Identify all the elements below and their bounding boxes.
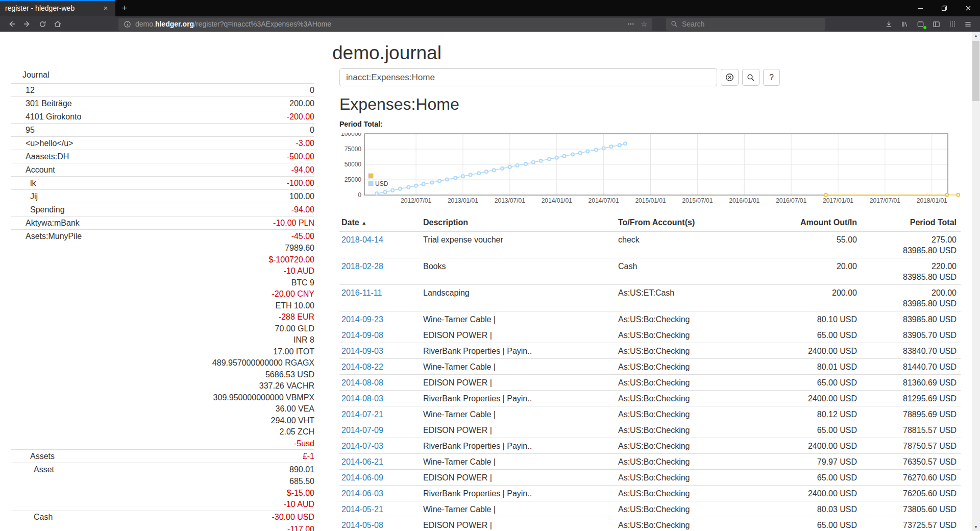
- account-balance: -10 AUD: [284, 500, 314, 509]
- sidebar-journal-link[interactable]: Journal: [11, 70, 327, 80]
- transaction-date-cell: 2014-05-08: [339, 517, 421, 531]
- account-name-link[interactable]: 95: [11, 126, 310, 135]
- account-name-link[interactable]: Asset: [11, 465, 289, 474]
- register-row: 2014-05-08EDISON POWER |As:US:Bo:Checkin…: [339, 517, 961, 531]
- account-balance: 70.00 GLD: [275, 324, 314, 333]
- account-name-link[interactable]: Asets:MunyPile: [11, 232, 291, 241]
- library-button[interactable]: [897, 17, 913, 31]
- svg-text:2014/01/01: 2014/01/01: [542, 197, 572, 204]
- scroll-down-icon[interactable]: ▼: [972, 523, 980, 531]
- transaction-amount: 20.00: [774, 258, 861, 285]
- transaction-date-link[interactable]: 2014-07-21: [341, 410, 383, 419]
- period-chart: 02500050000750001000002012/07/012013/01/…: [339, 133, 967, 208]
- transaction-description: EDISON POWER |: [421, 470, 616, 486]
- transaction-date-link[interactable]: 2014-08-03: [341, 394, 383, 403]
- window-close-button[interactable]: [956, 0, 980, 16]
- browser-search-bar[interactable]: Search: [666, 18, 825, 31]
- svg-text:2012/07/01: 2012/07/01: [401, 197, 431, 204]
- toolbar-icons: [881, 17, 976, 31]
- transaction-date-link[interactable]: 2014-07-03: [341, 442, 383, 450]
- query-input[interactable]: [339, 68, 717, 86]
- account-name-link[interactable]: Cash: [11, 513, 272, 522]
- transaction-description: Books: [421, 258, 616, 285]
- account-name-link[interactable]: Spending: [11, 205, 291, 214]
- transaction-date-link[interactable]: 2014-07-09: [341, 426, 383, 435]
- account-name-link[interactable]: Aktywa:mBank: [11, 219, 273, 228]
- account-balance: £-1: [303, 452, 314, 461]
- transaction-date-link[interactable]: 2014-09-03: [341, 347, 383, 355]
- tab-title: register - hledger-web: [5, 4, 97, 12]
- period-total-cell: 83840.70 USD: [861, 343, 961, 359]
- account-name-link[interactable]: 301 Beiträge: [11, 99, 289, 108]
- account-name-link[interactable]: <u>hello</u>: [11, 139, 296, 148]
- clear-query-button[interactable]: [721, 69, 739, 86]
- search-submit-button[interactable]: [742, 69, 760, 86]
- sidebar-account-row: 301 Beiträge200.00: [11, 96, 314, 110]
- column-header-date[interactable]: Date ▲: [339, 215, 421, 231]
- scrollbar-thumb[interactable]: [972, 41, 979, 101]
- search-form: ?: [339, 68, 980, 86]
- transaction-date-link[interactable]: 2014-06-03: [341, 489, 383, 498]
- transaction-amount: 65.00 USD: [774, 327, 861, 343]
- transaction-date-link[interactable]: 2018-02-28: [341, 262, 383, 271]
- apps-grid-button[interactable]: [944, 17, 960, 31]
- transaction-date-link[interactable]: 2016-11-11: [341, 288, 382, 297]
- transaction-date-link[interactable]: 2014-05-21: [341, 505, 383, 514]
- transaction-date-link[interactable]: 2014-06-09: [341, 473, 383, 482]
- browser-tab[interactable]: register - hledger-web ×: [0, 0, 115, 16]
- period-total-cell: 73805.60 USD: [861, 501, 961, 517]
- reload-button[interactable]: [35, 17, 50, 31]
- account-name-link[interactable]: 4101 Girokonto: [11, 112, 287, 122]
- scroll-up-icon[interactable]: ▲: [972, 32, 980, 40]
- account-name-link[interactable]: Assets: [11, 452, 303, 461]
- account-balance: -94.00: [291, 205, 314, 214]
- bookmark-star-icon[interactable]: ☆: [641, 20, 647, 28]
- main-content: demo.journal ? Expenses:Home Period Tota…: [327, 32, 980, 531]
- account-name-link[interactable]: Aaasets:DH: [11, 152, 287, 161]
- help-button[interactable]: ?: [763, 69, 780, 86]
- site-info-icon[interactable]: [124, 20, 131, 28]
- account-name-link[interactable]: Account: [11, 165, 291, 175]
- downloads-button[interactable]: [881, 17, 897, 31]
- register-row: 2014-07-21Wine-Tarner Cable |As:US:Bo:Ch…: [339, 406, 961, 422]
- account-name-link[interactable]: 12: [11, 86, 310, 95]
- transaction-date-link[interactable]: 2014-08-08: [341, 378, 383, 387]
- magnifier-icon: [747, 74, 755, 82]
- back-button[interactable]: [4, 17, 19, 31]
- new-tab-button[interactable]: +: [115, 0, 134, 16]
- window-restore-button[interactable]: [932, 0, 956, 16]
- account-balance: 309.950000000000 VBMPX: [213, 393, 314, 402]
- period-total-cell: 76270.60 USD: [861, 470, 961, 486]
- transaction-date-link[interactable]: 2014-09-08: [341, 331, 383, 340]
- transaction-date-link[interactable]: 2014-05-08: [341, 521, 383, 529]
- sidebar-toggle-button[interactable]: [928, 17, 944, 31]
- home-button[interactable]: [50, 17, 65, 31]
- transaction-description: Landscaping: [421, 285, 616, 311]
- account-name-link[interactable]: lk: [11, 179, 287, 188]
- transaction-amount: 80.10 USD: [774, 311, 861, 327]
- transaction-date-cell: 2014-09-03: [339, 343, 421, 359]
- page-actions-icon[interactable]: [627, 20, 634, 28]
- transaction-date-link[interactable]: 2014-06-21: [341, 457, 383, 466]
- extension-button[interactable]: [913, 17, 928, 31]
- transaction-description: EDISON POWER |: [421, 422, 616, 438]
- tab-close-icon[interactable]: ×: [101, 4, 110, 13]
- transaction-date-link[interactable]: 2014-09-23: [341, 315, 383, 324]
- transaction-date-link[interactable]: 2014-08-22: [341, 363, 383, 371]
- sidebar-account-row: <u>hello</u>-3.00: [11, 136, 314, 150]
- page-scrollbar[interactable]: ▲ ▼: [972, 32, 980, 531]
- register-row: 2016-11-11LandscapingAs:US:ET:Cash200.00…: [339, 285, 961, 311]
- sidebar-account-row: Aaasets:DH-500.00: [11, 150, 314, 163]
- url-bar[interactable]: demo.hledger.org/register?q=inacct%3AExp…: [118, 18, 652, 31]
- account-balance: 337.26 VACHR: [259, 381, 314, 391]
- account-name-link[interactable]: Jij: [11, 192, 289, 201]
- transaction-date-cell: 2014-09-08: [339, 327, 421, 343]
- menu-button[interactable]: [960, 17, 976, 31]
- transaction-date-link[interactable]: 2018-04-14: [341, 235, 383, 244]
- window-minimize-button[interactable]: [908, 0, 932, 16]
- forward-button[interactable]: [19, 17, 35, 31]
- transaction-amount: 55.00: [774, 231, 861, 258]
- account-balance: -500.00: [287, 152, 314, 161]
- accounts-sidebar: Journal 120301 Beiträge200.004101 Giroko…: [0, 32, 327, 531]
- svg-text:2015/07/01: 2015/07/01: [682, 197, 713, 204]
